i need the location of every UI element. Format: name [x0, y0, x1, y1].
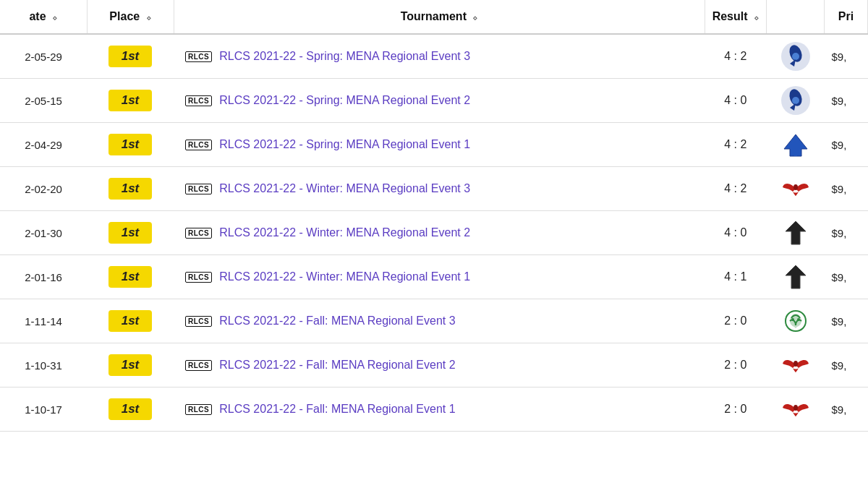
svg-point-16	[793, 405, 798, 411]
opponent-logo-cell	[767, 343, 825, 388]
opponent-logo	[771, 261, 820, 293]
opponent-logo-cell	[767, 211, 825, 255]
date-cell: 1-10-17	[0, 388, 87, 432]
rlcs-badge: RLCS	[185, 316, 212, 327]
tournament-column-header[interactable]: Tournament ⬦	[174, 0, 705, 34]
rlcs-badge: RLCS	[185, 272, 212, 283]
tournament-sort-icon[interactable]: ⬦	[472, 12, 477, 22]
table-row[interactable]: 2-05-29 1st RLCS RLCS 2021-22 - Spring: …	[0, 34, 868, 79]
result-cell: 2 : 0	[705, 299, 766, 343]
date-cell: 2-02-20	[0, 167, 87, 211]
prize-cell: $9,	[825, 255, 868, 299]
table-row[interactable]: 2-01-30 1st RLCS RLCS 2021-22 - Winter: …	[0, 211, 868, 255]
date-cell: 2-04-29	[0, 123, 87, 167]
svg-marker-11	[786, 221, 806, 244]
place-cell: 1st	[87, 211, 174, 255]
tournament-name[interactable]: RLCS 2021-22 - Fall: MENA Regional Event…	[219, 314, 455, 328]
place-sort-icon[interactable]: ⬦	[146, 12, 151, 22]
opponent-logo-cell	[767, 123, 825, 167]
date-sort-icon[interactable]: ⬦	[52, 12, 57, 22]
main-table-container: ate ⬦ Place ⬦ Tournament ⬦ Result ⬦ Pri	[0, 0, 868, 432]
opponent-logo	[771, 85, 820, 116]
date-cell: 1-10-31	[0, 343, 87, 388]
tournament-cell[interactable]: RLCS RLCS 2021-22 - Fall: MENA Regional …	[174, 299, 705, 343]
place-badge: 1st	[109, 178, 153, 200]
table-row[interactable]: 2-02-20 1st RLCS RLCS 2021-22 - Winter: …	[0, 167, 868, 211]
svg-marker-12	[786, 265, 806, 288]
table-row[interactable]: 1-10-31 1st RLCS RLCS 2021-22 - Fall: ME…	[0, 343, 868, 388]
tournament-cell[interactable]: RLCS RLCS 2021-22 - Spring: MENA Regiona…	[174, 34, 705, 79]
place-cell: 1st	[87, 299, 174, 343]
date-cell: 2-01-30	[0, 211, 87, 255]
tournament-name[interactable]: RLCS 2021-22 - Spring: MENA Regional Eve…	[219, 50, 470, 63]
result-cell: 4 : 1	[705, 255, 766, 299]
opponent-logo	[771, 40, 820, 72]
table-row[interactable]: 2-04-29 1st RLCS RLCS 2021-22 - Spring: …	[0, 123, 868, 167]
tournament-name[interactable]: RLCS 2021-22 - Fall: MENA Regional Event…	[219, 403, 455, 416]
place-badge: 1st	[109, 266, 153, 288]
prize-cell: $9,	[825, 167, 868, 211]
tournament-name[interactable]: RLCS 2021-22 - Winter: MENA Regional Eve…	[219, 226, 470, 239]
prize-cell: $9,	[825, 34, 868, 79]
opponent-logo-cell	[767, 388, 825, 432]
table-row[interactable]: 1-10-17 1st RLCS RLCS 2021-22 - Fall: ME…	[0, 388, 868, 432]
opponent-logo-cell	[767, 34, 825, 79]
place-badge: 1st	[109, 46, 153, 67]
date-cell: 1-11-14	[0, 299, 87, 343]
table-row[interactable]: 2-01-16 1st RLCS RLCS 2021-22 - Winter: …	[0, 255, 868, 299]
prize-cell: $9,	[825, 79, 868, 123]
rlcs-badge: RLCS	[185, 51, 212, 62]
date-column-header[interactable]: ate ⬦	[0, 0, 87, 34]
tournament-name[interactable]: RLCS 2021-22 - Winter: MENA Regional Eve…	[219, 270, 470, 283]
place-cell: 1st	[87, 79, 174, 123]
tournament-name[interactable]: RLCS 2021-22 - Winter: MENA Regional Eve…	[219, 182, 470, 195]
tournament-cell[interactable]: RLCS RLCS 2021-22 - Spring: MENA Regiona…	[174, 123, 705, 167]
tournament-cell[interactable]: RLCS RLCS 2021-22 - Winter: MENA Regiona…	[174, 255, 705, 299]
result-cell: 2 : 0	[705, 343, 766, 388]
place-badge: 1st	[109, 90, 153, 111]
opponent-logo-cell	[767, 255, 825, 299]
tournament-cell[interactable]: RLCS RLCS 2021-22 - Fall: MENA Regional …	[174, 388, 705, 432]
prize-column-header[interactable]: Pri	[825, 0, 868, 34]
table-header-row: ate ⬦ Place ⬦ Tournament ⬦ Result ⬦ Pri	[0, 0, 868, 34]
result-column-header[interactable]: Result ⬦	[705, 0, 766, 34]
tournament-cell[interactable]: RLCS RLCS 2021-22 - Spring: MENA Regiona…	[174, 79, 705, 123]
rlcs-badge: RLCS	[185, 95, 212, 106]
opponent-logo	[771, 305, 820, 337]
tournament-name[interactable]: RLCS 2021-22 - Spring: MENA Regional Eve…	[219, 138, 470, 151]
svg-point-13	[791, 318, 794, 321]
rlcs-badge: RLCS	[185, 140, 212, 150]
prize-cell: $9,	[825, 343, 868, 388]
results-table: ate ⬦ Place ⬦ Tournament ⬦ Result ⬦ Pri	[0, 0, 868, 432]
opponent-logo-cell	[767, 299, 825, 343]
result-cell: 4 : 0	[705, 211, 766, 255]
opponent-logo-cell	[767, 79, 825, 123]
tournament-cell[interactable]: RLCS RLCS 2021-22 - Winter: MENA Regiona…	[174, 167, 705, 211]
tournament-cell[interactable]: RLCS RLCS 2021-22 - Winter: MENA Regiona…	[174, 211, 705, 255]
prize-cell: $9,	[825, 211, 868, 255]
tournament-name[interactable]: RLCS 2021-22 - Spring: MENA Regional Eve…	[219, 94, 470, 107]
place-badge: 1st	[109, 222, 153, 244]
table-row[interactable]: 1-11-14 1st RLCS RLCS 2021-22 - Fall: ME…	[0, 299, 868, 343]
date-cell: 2-01-16	[0, 255, 87, 299]
place-cell: 1st	[87, 343, 174, 388]
place-column-header[interactable]: Place ⬦	[87, 0, 174, 34]
result-cell: 4 : 0	[705, 79, 766, 123]
tournament-cell[interactable]: RLCS RLCS 2021-22 - Fall: MENA Regional …	[174, 343, 705, 388]
table-row[interactable]: 2-05-15 1st RLCS RLCS 2021-22 - Spring: …	[0, 79, 868, 123]
svg-point-14	[797, 318, 800, 321]
result-sort-icon[interactable]: ⬦	[754, 12, 759, 22]
prize-cell: $9,	[825, 123, 868, 167]
svg-point-10	[793, 184, 798, 190]
opponent-logo-column-header	[767, 0, 825, 34]
place-cell: 1st	[87, 123, 174, 167]
rlcs-badge: RLCS	[185, 360, 212, 371]
tournament-name[interactable]: RLCS 2021-22 - Fall: MENA Regional Event…	[219, 359, 455, 372]
result-cell: 4 : 2	[705, 123, 766, 167]
result-cell: 4 : 2	[705, 34, 766, 79]
result-cell: 4 : 2	[705, 167, 766, 211]
rlcs-badge: RLCS	[185, 184, 212, 194]
opponent-logo-cell	[767, 167, 825, 211]
place-badge: 1st	[109, 354, 153, 376]
place-badge: 1st	[109, 310, 153, 332]
